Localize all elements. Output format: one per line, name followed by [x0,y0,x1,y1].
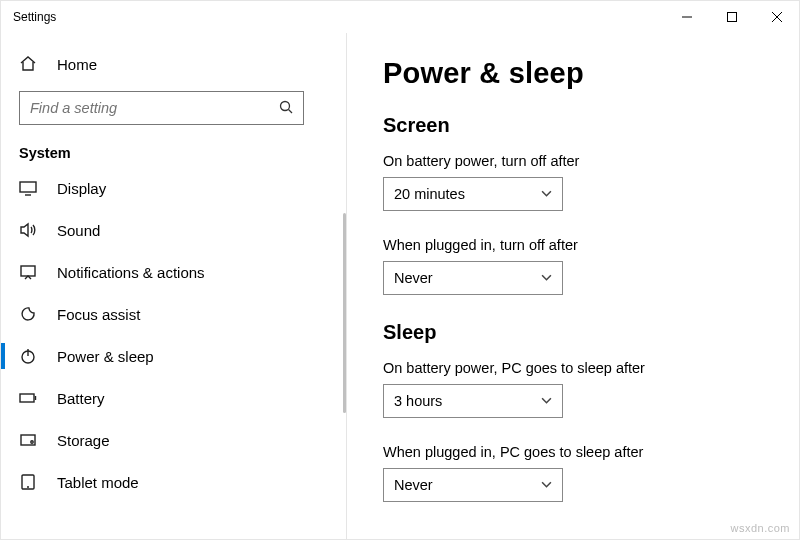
chevron-down-icon [541,395,552,408]
sleep-plugged-dropdown[interactable]: Never [383,468,563,502]
titlebar: Settings [1,1,799,33]
sidebar-item-label: Sound [57,222,100,239]
sidebar-item-label: Battery [57,390,105,407]
svg-point-4 [281,101,290,110]
search-input[interactable] [19,91,304,125]
sidebar: Home System Display Sound [1,33,347,539]
sidebar-item-battery[interactable]: Battery [1,377,346,419]
dropdown-value: 20 minutes [394,186,541,202]
close-button[interactable] [754,1,799,33]
dropdown-value: Never [394,270,541,286]
sidebar-group-header: System [1,135,346,167]
section-header-screen: Screen [383,114,763,137]
sidebar-item-home[interactable]: Home [1,47,346,81]
sidebar-item-label: Notifications & actions [57,264,205,281]
chevron-down-icon [541,272,552,285]
maximize-button[interactable] [709,1,754,33]
screen-battery-dropdown[interactable]: 20 minutes [383,177,563,211]
dropdown-value: 3 hours [394,393,541,409]
sidebar-item-label: Home [57,56,97,73]
sleep-plugged-label: When plugged in, PC goes to sleep after [383,444,763,460]
dropdown-value: Never [394,477,541,493]
sleep-battery-dropdown[interactable]: 3 hours [383,384,563,418]
window-title: Settings [13,10,56,24]
sidebar-item-label: Focus assist [57,306,140,323]
sidebar-item-tablet-mode[interactable]: Tablet mode [1,461,346,503]
notifications-icon [19,263,37,281]
sound-icon [19,221,37,239]
minimize-button[interactable] [664,1,709,33]
sidebar-item-power-sleep[interactable]: Power & sleep [1,335,346,377]
screen-plugged-dropdown[interactable]: Never [383,261,563,295]
home-icon [19,55,37,73]
sidebar-item-label: Power & sleep [57,348,154,365]
sidebar-item-focus-assist[interactable]: Focus assist [1,293,346,335]
power-icon [19,347,37,365]
search-field[interactable] [30,100,279,116]
sidebar-item-sound[interactable]: Sound [1,209,346,251]
section-header-sleep: Sleep [383,321,763,344]
svg-rect-6 [20,182,36,192]
chevron-down-icon [541,479,552,492]
content-pane: Power & sleep Screen On battery power, t… [347,33,799,539]
sidebar-item-label: Tablet mode [57,474,139,491]
sleep-battery-label: On battery power, PC goes to sleep after [383,360,763,376]
focus-assist-icon [19,305,37,323]
sidebar-item-storage[interactable]: Storage [1,419,346,461]
storage-icon [19,431,37,449]
svg-rect-1 [727,13,736,22]
chevron-down-icon [541,188,552,201]
screen-plugged-label: When plugged in, turn off after [383,237,763,253]
svg-rect-8 [21,266,35,276]
battery-icon [19,389,37,407]
svg-line-5 [289,109,293,113]
screen-battery-label: On battery power, turn off after [383,153,763,169]
sidebar-item-label: Display [57,180,106,197]
svg-point-14 [31,441,33,443]
sidebar-item-notifications[interactable]: Notifications & actions [1,251,346,293]
sidebar-scrollbar[interactable] [340,33,346,539]
window-controls [664,1,799,33]
search-icon [279,100,293,117]
display-icon [19,179,37,197]
sidebar-scrollbar-thumb[interactable] [343,213,346,413]
tablet-icon [19,473,37,491]
sidebar-item-label: Storage [57,432,110,449]
svg-rect-11 [20,394,34,402]
sidebar-item-display[interactable]: Display [1,167,346,209]
watermark: wsxdn.com [730,522,790,534]
page-title: Power & sleep [383,57,763,90]
